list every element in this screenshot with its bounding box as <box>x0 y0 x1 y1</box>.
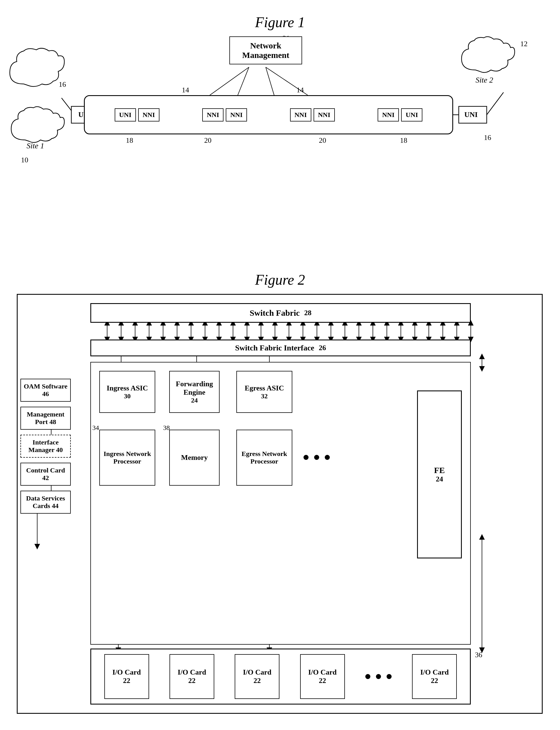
svg-text:Site 2: Site 2 <box>476 76 493 84</box>
sfi-label: Switch Fabric Interface <box>235 343 314 352</box>
ingress-np-refnum-label: 34 <box>92 424 99 432</box>
memory-label: Memory <box>181 454 208 462</box>
fe-label: FE <box>434 466 445 475</box>
svg-text:36: 36 <box>475 651 482 659</box>
management-port-box: Management Port 48 <box>20 407 71 430</box>
node-nni-1: NNI <box>138 108 159 121</box>
network-bar: UNI NNI NNI NNI NNI NNI NNI UNI <box>84 95 453 134</box>
switch-fabric-refnum: 28 <box>304 309 312 317</box>
svg-line-14 <box>210 67 249 95</box>
svg-text:16: 16 <box>484 133 491 142</box>
io-card-3-refnum: 22 <box>253 677 261 685</box>
figure2-title: Figure 2 <box>0 269 560 288</box>
control-card-label: Control Card 42 <box>26 467 65 482</box>
svg-text:14: 14 <box>297 86 304 94</box>
io-dot-2 <box>376 674 381 679</box>
io-cards-area: I/O Card 22 I/O Card 22 I/O Card 22 I/O … <box>90 649 471 705</box>
egress-asic-refnum: 32 <box>261 393 268 400</box>
io-card-3: I/O Card 22 <box>235 654 279 699</box>
node-uni-2: UNI <box>401 108 422 121</box>
node-nni-4: NNI <box>290 108 311 121</box>
fwd-engine-label: Forwarding Engine <box>170 380 219 397</box>
svg-text:18: 18 <box>126 136 133 144</box>
sfi-refnum: 26 <box>319 344 326 352</box>
node-uni-1: UNI <box>115 108 136 121</box>
left-panel: OAM Software 46 Management Port 48 Inter… <box>20 379 82 514</box>
svg-text:14: 14 <box>182 86 189 94</box>
switch-fabric-label: Switch Fabric <box>250 308 300 318</box>
io-card-5-refnum: 22 <box>431 677 438 685</box>
node-nni-6: NNI <box>378 108 399 121</box>
center-right-node-group: NNI NNI <box>290 108 335 121</box>
egress-np-label: Egress Network Processor <box>237 450 292 465</box>
switch-fabric-bar: Switch Fabric 28 <box>90 303 471 323</box>
io-card-3-label: I/O Card <box>243 668 271 677</box>
svg-rect-7 <box>459 106 487 123</box>
memory-refnum-label: 38 <box>163 424 170 432</box>
svg-text:16: 16 <box>59 80 66 88</box>
svg-text:18: 18 <box>400 136 407 144</box>
oam-software-box: OAM Software 46 <box>20 379 71 402</box>
interface-manager-label: Interface Manager 40 <box>29 439 63 454</box>
io-dot-3 <box>387 674 392 679</box>
fe-box: FE 24 <box>417 391 462 558</box>
svg-text:Site 1: Site 1 <box>27 141 44 150</box>
svg-line-17 <box>266 67 308 95</box>
io-card-4: I/O Card 22 <box>300 654 345 699</box>
io-card-5-label: I/O Card <box>420 668 449 677</box>
svg-text:UNI: UNI <box>464 111 478 119</box>
ingress-np-box: Ingress Network Processor <box>99 430 155 486</box>
svg-text:10: 10 <box>21 156 28 164</box>
io-card-2-label: I/O Card <box>178 668 206 677</box>
network-management-box: Network Management <box>229 36 302 64</box>
ingress-np-label: Ingress Network Processor <box>100 450 155 465</box>
io-card-4-label: I/O Card <box>308 668 337 677</box>
egress-asic-label: Egress ASIC <box>245 384 284 393</box>
center-left-node-group: NNI NNI <box>202 108 247 121</box>
egress-np-box: Egress Network Processor <box>236 430 292 486</box>
fwd-engine-refnum: 24 <box>191 397 198 404</box>
ingress-asic-refnum: 30 <box>124 393 131 400</box>
ellipsis-dots <box>303 455 330 460</box>
svg-text:12: 12 <box>520 40 528 48</box>
figure1-container: Figure 1 Site 1 10 Site 2 12 UNI UNI <box>0 8 560 260</box>
figure2-container: Figure 2 <box>0 269 560 722</box>
forwarding-engine-box: Forwarding Engine 24 <box>169 371 220 413</box>
dot-3 <box>325 455 330 460</box>
svg-line-11 <box>62 98 71 111</box>
io-card-1: I/O Card 22 <box>104 654 149 699</box>
oam-label: OAM Software 46 <box>24 383 67 398</box>
ingress-asic-label: Ingress ASIC <box>107 384 148 393</box>
interface-manager-box: Interface Manager 40 <box>20 435 71 458</box>
data-services-cards-label: Data Services Cards 44 <box>26 495 65 510</box>
node-nni-2: NNI <box>202 108 223 121</box>
network-management-label: Network Management <box>242 41 289 60</box>
control-card-box: Control Card 42 <box>20 463 71 486</box>
svg-text:20: 20 <box>204 136 211 144</box>
management-port-label: Management Port 48 <box>27 411 65 426</box>
svg-line-10 <box>487 92 503 115</box>
left-node-group: UNI NNI <box>115 108 159 121</box>
figure2-main-border: // We'll do it via static SVG lines <box>17 294 543 714</box>
io-card-2: I/O Card 22 <box>170 654 214 699</box>
figure1-title: Figure 1 <box>0 8 560 30</box>
node-nni-5: NNI <box>314 108 335 121</box>
data-services-cards-box: Data Services Cards 44 <box>20 491 71 514</box>
io-dot-1 <box>365 674 370 679</box>
fe-refnum: 24 <box>436 475 443 484</box>
io-card-2-refnum: 22 <box>188 677 196 685</box>
svg-line-16 <box>266 67 274 95</box>
dot-1 <box>303 455 309 460</box>
io-card-5: I/O Card 22 <box>412 654 457 699</box>
right-node-group: NNI UNI <box>378 108 422 121</box>
svg-line-15 <box>238 67 249 95</box>
switch-fabric-interface-bar: Switch Fabric Interface 26 <box>90 339 471 356</box>
io-card-1-label: I/O Card <box>112 668 141 677</box>
processing-area: Ingress ASIC 30 Forwarding Engine 24 Egr… <box>90 362 471 645</box>
io-card-1-refnum: 22 <box>123 677 130 685</box>
dot-2 <box>314 455 319 460</box>
io-card-dots <box>365 674 392 679</box>
egress-asic-box: Egress ASIC 32 <box>236 371 292 413</box>
node-nni-3: NNI <box>226 108 247 121</box>
ingress-asic-box: Ingress ASIC 30 <box>99 371 155 413</box>
